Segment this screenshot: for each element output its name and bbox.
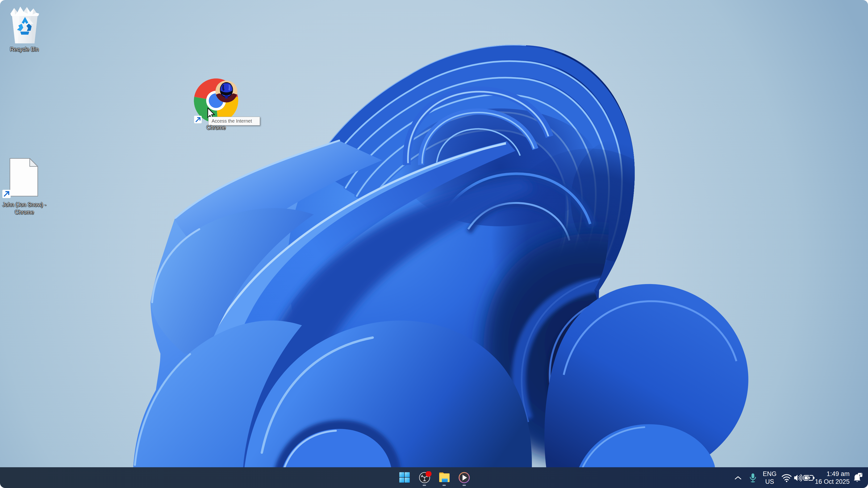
svg-text:z: z: [861, 473, 862, 475]
svg-text:z: z: [859, 474, 861, 477]
